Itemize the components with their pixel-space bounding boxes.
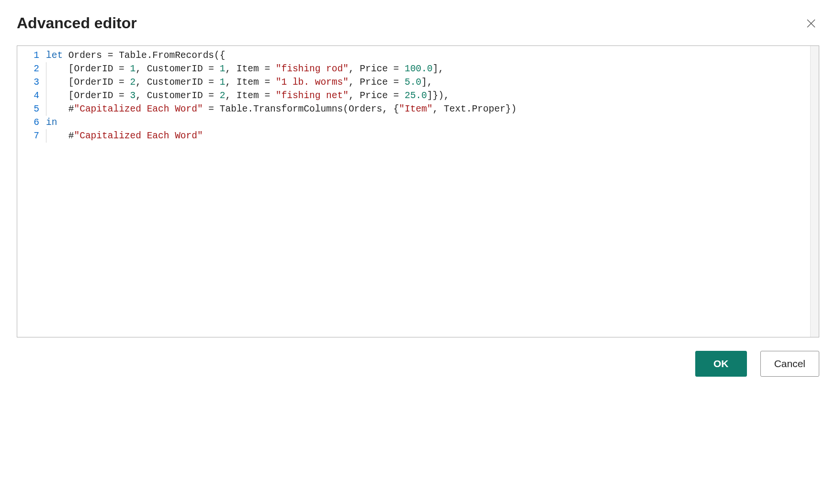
close-icon	[806, 18, 816, 29]
cancel-button[interactable]: Cancel	[760, 351, 819, 377]
line-number: 4	[17, 89, 39, 102]
code-editor[interactable]: 1234567 let Orders = Table.FromRecords({…	[17, 45, 819, 337]
code-line: [OrderID = 1, CustomerID = 1, Item = "fi…	[46, 62, 819, 76]
ok-button[interactable]: OK	[695, 351, 747, 377]
line-number: 1	[17, 49, 39, 62]
code-line: let Orders = Table.FromRecords({	[46, 49, 819, 62]
dialog-footer: OK Cancel	[17, 351, 819, 377]
line-number: 3	[17, 76, 39, 89]
line-number: 6	[17, 116, 39, 129]
dialog-header: Advanced editor	[17, 14, 819, 32]
ok-button-label: OK	[713, 358, 729, 370]
close-button[interactable]	[803, 15, 819, 32]
code-line: #"Capitalized Each Word" = Table.Transfo…	[46, 102, 819, 116]
code-line: #"Capitalized Each Word"	[46, 129, 819, 143]
line-number: 2	[17, 62, 39, 76]
editor-scrollbar[interactable]	[810, 46, 819, 337]
dialog-title: Advanced editor	[17, 14, 137, 32]
code-line: [OrderID = 3, CustomerID = 2, Item = "fi…	[46, 89, 819, 102]
code-line: [OrderID = 2, CustomerID = 1, Item = "1 …	[46, 76, 819, 89]
cancel-button-label: Cancel	[774, 358, 805, 370]
line-number: 5	[17, 102, 39, 116]
line-number-gutter: 1234567	[17, 49, 46, 143]
code-content[interactable]: let Orders = Table.FromRecords({ [OrderI…	[46, 49, 819, 143]
code-line: in	[46, 116, 819, 129]
line-number: 7	[17, 129, 39, 143]
